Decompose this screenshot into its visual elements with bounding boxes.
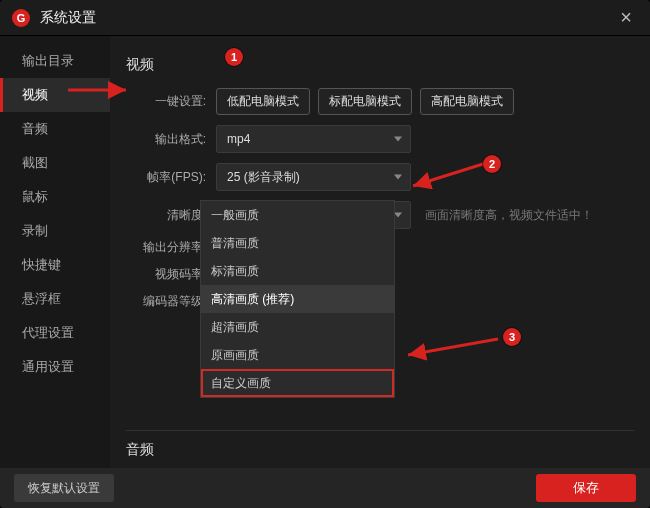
sidebar-item-general[interactable]: 通用设置	[0, 350, 110, 384]
row-fps: 帧率(FPS): 25 (影音录制)	[126, 163, 634, 191]
output-format-value: mp4	[227, 132, 250, 146]
sidebar-item-mouse[interactable]: 鼠标	[0, 180, 110, 214]
preset-low-button[interactable]: 低配电脑模式	[216, 88, 310, 115]
clarity-option[interactable]: 普清画质	[201, 229, 394, 257]
annotation-badge-3: 3	[503, 328, 521, 346]
clarity-hint: 画面清晰度高，视频文件适中！	[425, 207, 593, 224]
fps-label: 帧率(FPS):	[126, 169, 206, 186]
output-format-label: 输出格式:	[126, 131, 206, 148]
row-output-format: 输出格式: mp4	[126, 125, 634, 153]
save-button[interactable]: 保存	[536, 474, 636, 502]
sidebar-item-audio[interactable]: 音频	[0, 112, 110, 146]
content-pane: 视频 一键设置: 低配电脑模式 标配电脑模式 高配电脑模式 输出格式: mp4 …	[110, 36, 650, 468]
annotation-badge-2: 2	[483, 155, 501, 173]
quick-preset-group: 低配电脑模式 标配电脑模式 高配电脑模式	[216, 88, 514, 115]
app-logo: G	[12, 9, 30, 27]
row-quick-preset: 一键设置: 低配电脑模式 标配电脑模式 高配电脑模式	[126, 88, 634, 115]
titlebar: G 系统设置 ×	[0, 0, 650, 36]
output-format-select[interactable]: mp4	[216, 125, 411, 153]
clarity-option[interactable]: 超清画质	[201, 313, 394, 341]
sidebar-item-video[interactable]: 视频	[0, 78, 110, 112]
sidebar-item-screenshot[interactable]: 截图	[0, 146, 110, 180]
sidebar-item-hotkey[interactable]: 快捷键	[0, 248, 110, 282]
fps-value: 25 (影音录制)	[227, 169, 300, 186]
reset-defaults-button[interactable]: 恢复默认设置	[14, 474, 114, 502]
bitrate-label: 视频码率:	[126, 266, 206, 283]
chevron-down-icon	[394, 175, 402, 180]
footer: 恢复默认设置 保存	[0, 468, 650, 508]
fps-select[interactable]: 25 (影音录制)	[216, 163, 411, 191]
sidebar-item-overlay[interactable]: 悬浮框	[0, 282, 110, 316]
annotation-badge-1: 1	[225, 48, 243, 66]
preset-mid-button[interactable]: 标配电脑模式	[318, 88, 412, 115]
quick-preset-label: 一键设置:	[126, 93, 206, 110]
clarity-option[interactable]: 标清画质	[201, 257, 394, 285]
chevron-down-icon	[394, 213, 402, 218]
audio-section-title: 音频	[126, 441, 634, 459]
clarity-label: 清晰度:	[126, 207, 206, 224]
clarity-option-selected[interactable]: 高清画质 (推荐)	[201, 285, 394, 313]
resolution-label: 输出分辨率:	[126, 239, 206, 256]
sidebar-item-output-dir[interactable]: 输出目录	[0, 44, 110, 78]
window-title: 系统设置	[40, 9, 614, 27]
sidebar-item-record[interactable]: 录制	[0, 214, 110, 248]
clarity-option-custom[interactable]: 自定义画质	[201, 369, 394, 397]
close-icon[interactable]: ×	[614, 6, 638, 29]
video-section-title: 视频	[126, 56, 634, 74]
sidebar: 输出目录 视频 音频 截图 鼠标 录制 快捷键 悬浮框 代理设置 通用设置	[0, 36, 110, 468]
body: 输出目录 视频 音频 截图 鼠标 录制 快捷键 悬浮框 代理设置 通用设置 视频…	[0, 36, 650, 468]
clarity-option[interactable]: 一般画质	[201, 201, 394, 229]
settings-window: G 系统设置 × 输出目录 视频 音频 截图 鼠标 录制 快捷键 悬浮框 代理设…	[0, 0, 650, 508]
preset-high-button[interactable]: 高配电脑模式	[420, 88, 514, 115]
section-divider	[126, 430, 634, 431]
sidebar-item-proxy[interactable]: 代理设置	[0, 316, 110, 350]
clarity-dropdown[interactable]: 一般画质 普清画质 标清画质 高清画质 (推荐) 超清画质 原画画质 自定义画质	[200, 200, 395, 398]
encoder-label: 编码器等级:	[126, 293, 206, 310]
clarity-option[interactable]: 原画画质	[201, 341, 394, 369]
chevron-down-icon	[394, 137, 402, 142]
